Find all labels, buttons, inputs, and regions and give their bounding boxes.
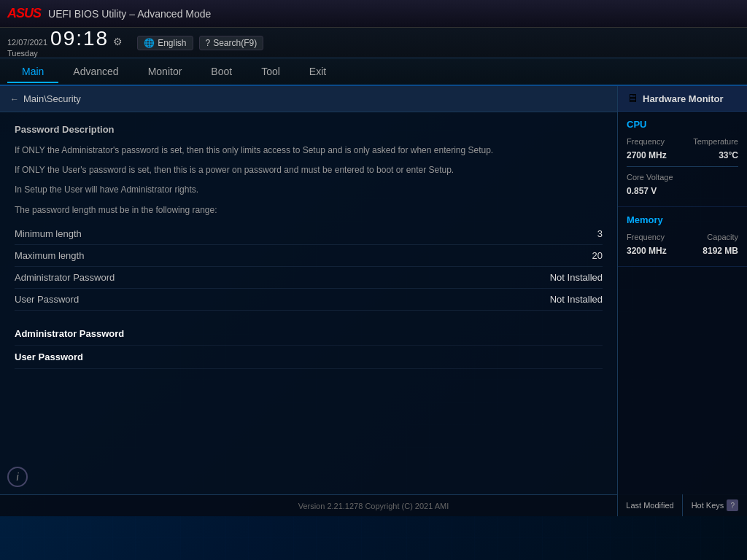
date-text: 12/07/2021 — [7, 37, 47, 47]
mem-label-row: Frequency Capacity — [627, 233, 738, 241]
bios-title: UEFI BIOS Utility – Advanced Mode — [48, 8, 740, 20]
user-password-label: User Password — [15, 294, 79, 305]
language-label: English — [158, 38, 186, 48]
admin-password-button[interactable]: Administrator Password — [15, 322, 603, 346]
cpu-voltage-label-row: Core Voltage — [627, 173, 738, 182]
last-modified-label: Last Modified — [626, 501, 673, 510]
hot-keys-label: Hot Keys — [692, 501, 724, 510]
min-length-value: 3 — [597, 228, 603, 239]
mem-freq-label: Frequency — [627, 233, 665, 241]
mem-value-row: 3200 MHz 8192 MB — [627, 246, 738, 256]
cpu-section: CPU Frequency Temperature 2700 MHz 33°C … — [618, 112, 747, 207]
cpu-freq-label-row: Frequency Temperature — [627, 137, 738, 146]
date-area: 12/07/2021 Tuesday — [7, 37, 47, 58]
globe-icon: 🌐 — [144, 38, 155, 48]
back-arrow-icon[interactable]: ← — [10, 94, 19, 104]
tab-boot[interactable]: Boot — [196, 61, 247, 83]
bottom-bar: Version 2.21.1278 Copyright (C) 2021 AMI… — [0, 494, 747, 516]
mem-freq-value: 3200 MHz — [627, 246, 667, 256]
description-1: If ONLY the Administrator's password is … — [15, 144, 603, 158]
info-letter: i — [16, 471, 18, 483]
tab-monitor[interactable]: Monitor — [133, 61, 197, 83]
user-password-button[interactable]: User Password — [15, 346, 603, 369]
datetime-area: 12/07/2021 Tuesday 09:18 ⚙ — [7, 27, 123, 58]
breadcrumb: ← Main\Security — [0, 86, 617, 112]
qmark-label: ? — [731, 502, 735, 510]
info-icon[interactable]: i — [7, 467, 28, 487]
min-length-label: Minimum length — [15, 228, 82, 239]
monitor-icon: 🖥 — [627, 92, 638, 105]
hot-keys-button[interactable]: Hot Keys ? — [683, 494, 747, 516]
bottom-info-area: i — [0, 381, 617, 494]
max-length-row: Maximum length 20 — [15, 245, 603, 267]
infobar: 12/07/2021 Tuesday 09:18 ⚙ 🌐 English ? S… — [0, 28, 747, 58]
cpu-divider — [627, 166, 738, 167]
language-button[interactable]: 🌐 English — [137, 36, 193, 50]
cpu-title: CPU — [627, 119, 738, 130]
content-body: Password Description If ONLY the Adminis… — [0, 112, 617, 381]
content-area: ← Main\Security Password Description If … — [0, 86, 617, 494]
mem-cap-value: 8192 MB — [703, 246, 738, 256]
description-2: If ONLY the User's password is set, then… — [15, 163, 603, 177]
breadcrumb-path: Main\Security — [23, 93, 81, 104]
min-length-row: Minimum length 3 — [15, 223, 603, 245]
admin-password-row: Administrator Password Not Installed — [15, 267, 603, 289]
admin-password-value: Not Installed — [550, 272, 603, 283]
memory-section: Memory Frequency Capacity 3200 MHz 8192 … — [618, 207, 747, 267]
cpu-voltage-value: 0.857 V — [627, 186, 657, 196]
cpu-freq-value: 2700 MHz — [627, 150, 667, 160]
cpu-temp-value: 33°C — [719, 150, 738, 160]
search-icon: ? — [206, 38, 211, 48]
search-button[interactable]: ? Search(F9) — [199, 36, 264, 50]
tab-exit[interactable]: Exit — [295, 61, 341, 83]
mem-cap-label: Capacity — [707, 233, 738, 241]
cpu-temp-label: Temperature — [693, 137, 738, 146]
description-4: The password length must be in the follo… — [15, 203, 603, 217]
day-text: Tuesday — [7, 48, 47, 58]
user-password-row: User Password Not Installed — [15, 289, 603, 311]
topbar: ASUS UEFI BIOS Utility – Advanced Mode — [0, 0, 747, 28]
tab-advanced[interactable]: Advanced — [58, 61, 133, 83]
max-length-value: 20 — [592, 250, 603, 261]
tab-main[interactable]: Main — [7, 61, 58, 83]
memory-title: Memory — [627, 214, 738, 225]
admin-password-label: Administrator Password — [15, 272, 115, 283]
cpu-voltage-value-row: 0.857 V — [627, 186, 738, 196]
nav-tabs: Main Advanced Monitor Boot Tool Exit — [0, 58, 747, 86]
section-title: Password Description — [15, 124, 603, 135]
asus-logo: ASUS — [7, 6, 41, 21]
search-label: Search(F9) — [213, 38, 257, 48]
cpu-freq-value-row: 2700 MHz 33°C — [627, 150, 738, 160]
tab-tool[interactable]: Tool — [247, 61, 295, 83]
cpu-freq-label: Frequency — [627, 137, 665, 146]
max-length-label: Maximum length — [15, 250, 84, 261]
user-password-value: Not Installed — [550, 294, 603, 305]
hardware-monitor-panel: 🖥 Hardware Monitor CPU Frequency Tempera… — [617, 86, 747, 494]
settings-icon[interactable]: ⚙ — [113, 36, 123, 47]
time-display: 09:18 — [50, 27, 109, 50]
cpu-voltage-label: Core Voltage — [627, 173, 673, 182]
hw-monitor-title: 🖥 Hardware Monitor — [618, 86, 747, 112]
hot-keys-icon: ? — [727, 499, 738, 511]
description-3: In Setup the User will have Administrato… — [15, 183, 603, 197]
hw-monitor-label: Hardware Monitor — [643, 93, 724, 104]
last-modified-button[interactable]: Last Modified — [618, 494, 683, 516]
